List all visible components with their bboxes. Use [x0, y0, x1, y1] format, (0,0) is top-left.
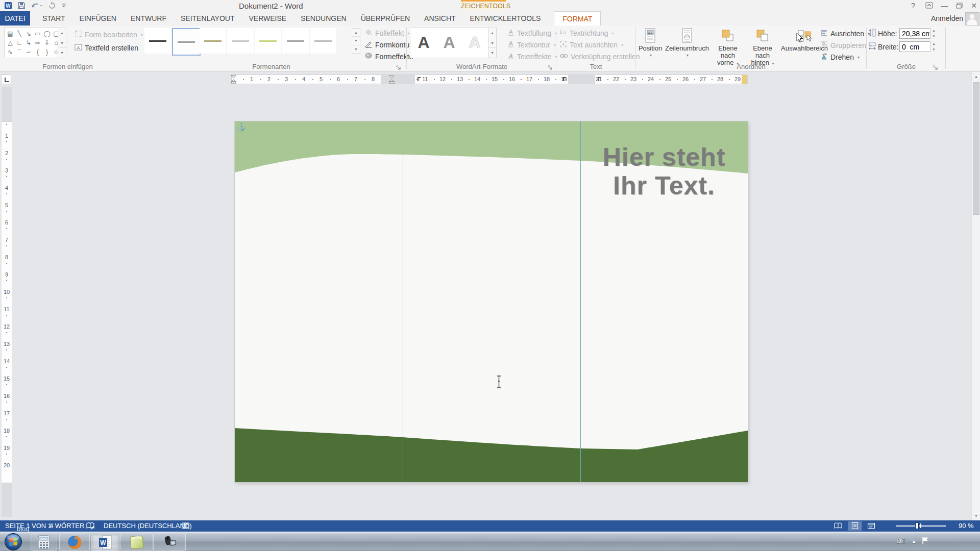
- width-spinner[interactable]: ▲▼: [930, 41, 937, 52]
- wordart-style-2[interactable]: A: [436, 29, 462, 56]
- tray-hidden-icons-icon[interactable]: ▲: [912, 539, 916, 551]
- shape-elbow-connector[interactable]: ↳: [24, 38, 33, 47]
- macro-record-icon[interactable]: [182, 522, 189, 531]
- restore-button[interactable]: [952, 1, 966, 10]
- gallery-down-icon[interactable]: ▼: [58, 38, 66, 48]
- save-icon[interactable]: [17, 2, 26, 10]
- shape-arc[interactable]: ⌒: [15, 47, 24, 57]
- tab-stop-selector[interactable]: [1, 74, 11, 84]
- shape-curve[interactable]: ∽: [24, 47, 33, 57]
- texteffekte-button[interactable]: A Texteffekte▾: [507, 52, 557, 62]
- textfeld-erstellen-button[interactable]: A Textfeld erstellen: [75, 43, 138, 53]
- shape-freeform[interactable]: ∟: [15, 38, 24, 47]
- read-mode-icon[interactable]: [834, 522, 843, 531]
- gallery-down-icon[interactable]: ▼: [488, 38, 496, 48]
- tab-start[interactable]: START: [35, 11, 72, 26]
- text-ausrichten-button[interactable]: Text ausrichten▾: [559, 40, 623, 50]
- shape-style-swatch-2[interactable]: [172, 28, 201, 56]
- shape-style-swatch-1[interactable]: [144, 28, 171, 54]
- ebene-nach-hinten-button[interactable]: Ebene nach hinten ▾: [746, 28, 779, 67]
- start-button[interactable]: [4, 533, 22, 551]
- shape-right-arrow[interactable]: ⇨: [33, 38, 42, 47]
- gruppieren-button[interactable]: Gruppieren▾: [820, 40, 872, 51]
- ausrichten-button[interactable]: Ausrichten▾: [820, 29, 870, 39]
- shape-right-brace[interactable]: }: [42, 47, 52, 57]
- scroll-down-icon[interactable]: ▼: [972, 512, 980, 520]
- taskbar-word-button[interactable]: W: [91, 534, 119, 551]
- tab-ueberpruefen[interactable]: ÜBERPRÜFEN: [354, 11, 417, 26]
- tray-language-indicator[interactable]: DE: [896, 537, 905, 551]
- contextual-tools-label[interactable]: ZEICHENTOOLS: [461, 2, 506, 11]
- help-button[interactable]: ?: [908, 1, 919, 10]
- shape-left-brace[interactable]: {: [33, 47, 42, 57]
- vertical-ruler[interactable]: 1234567891011121314151617181920: [2, 87, 12, 517]
- textrichtung-button[interactable]: A Textrichtung▾: [559, 28, 614, 38]
- shape-textbox[interactable]: ▤: [6, 29, 15, 38]
- brochure-heading[interactable]: Hier steht Ihr Text.: [580, 143, 748, 200]
- shape-line[interactable]: ╲: [15, 29, 24, 38]
- shape-style-swatch-7[interactable]: [310, 28, 336, 54]
- bottom-green-band[interactable]: [235, 428, 748, 482]
- proofing-status-icon[interactable]: [86, 522, 95, 532]
- ebene-nach-vorne-button[interactable]: Ebene nach vorne ▾: [711, 28, 745, 67]
- sign-in-link[interactable]: Anmelden: [931, 14, 963, 22]
- language-indicator[interactable]: DEUTSCH (DEUTSCHLAND): [104, 522, 192, 530]
- tab-ansicht[interactable]: ANSICHT: [417, 11, 462, 26]
- shape-arrow[interactable]: ↘: [24, 29, 33, 38]
- zeilenumbruch-button[interactable]: Zeilenumbruch ▾: [664, 28, 710, 67]
- shape-oval[interactable]: ◯: [42, 29, 52, 38]
- shape-style-swatch-6[interactable]: [282, 28, 309, 54]
- wordart-style-1[interactable]: A: [411, 29, 436, 56]
- scroll-up-icon[interactable]: ▲: [972, 72, 980, 81]
- taskbar-calculator-button[interactable]: [31, 534, 57, 551]
- indent-markers-icon[interactable]: [389, 75, 395, 86]
- tab-entwicklertools[interactable]: ENTWICKLERTOOLS: [463, 11, 548, 26]
- formenarten-dialog-launcher-icon[interactable]: [396, 63, 402, 69]
- redo-icon[interactable]: [48, 2, 56, 10]
- tab-entwurf[interactable]: ENTWURF: [124, 11, 174, 26]
- ribbon-display-options-button[interactable]: [923, 1, 935, 10]
- undo-icon[interactable]: [31, 2, 43, 10]
- drehen-button[interactable]: Drehen▾: [820, 52, 860, 62]
- shape-style-swatch-3[interactable]: [200, 28, 226, 54]
- shape-triangle[interactable]: △: [6, 38, 15, 47]
- tab-seitenlayout[interactable]: SEITENLAYOUT: [174, 11, 242, 26]
- word-count[interactable]: 4 WÖRTER: [50, 522, 84, 530]
- vertical-scrollbar[interactable]: ▲ ▼: [971, 72, 980, 520]
- tab-datei[interactable]: DATEI: [0, 11, 30, 26]
- print-layout-icon[interactable]: [851, 522, 859, 531]
- shape-down-arrow[interactable]: ⇩: [42, 38, 52, 47]
- textkontur-button[interactable]: A Textkontur▾: [507, 40, 556, 50]
- minimize-button[interactable]: —: [938, 1, 950, 10]
- gallery-more-icon[interactable]: ▼: [58, 48, 66, 58]
- horizontal-ruler[interactable]: 1234567811121314151617181921222324252627…: [231, 74, 748, 84]
- tab-einfuegen[interactable]: EINFÜGEN: [72, 11, 124, 26]
- verknuepfung-erstellen-button[interactable]: Verknüpfung erstellen: [559, 52, 640, 62]
- ruler-right-margin-marker[interactable]: [742, 75, 747, 84]
- taskbar-firefox-button[interactable]: [59, 534, 90, 551]
- wordart-style-3[interactable]: A: [462, 29, 487, 56]
- tray-action-center-flag-icon[interactable]: [921, 536, 929, 551]
- shape-style-swatch-4[interactable]: [227, 28, 254, 54]
- scrollbar-thumb[interactable]: [973, 82, 979, 215]
- indent-markers-icon[interactable]: [231, 75, 237, 86]
- position-button[interactable]: Position ▾: [638, 28, 663, 67]
- zoom-slider-thumb[interactable]: [915, 522, 919, 529]
- shape-rectangle[interactable]: ▭: [33, 29, 42, 38]
- height-spinner[interactable]: ▲▼: [930, 28, 937, 39]
- zoom-level[interactable]: 90 %: [959, 522, 974, 530]
- taskbar-screen-recorder-button[interactable]: [153, 534, 186, 551]
- customize-quick-access-icon[interactable]: [61, 2, 66, 9]
- gallery-up-icon[interactable]: ▲: [352, 29, 360, 37]
- gallery-up-icon[interactable]: ▲: [58, 28, 66, 38]
- tab-sendungen[interactable]: SENDUNGEN: [293, 11, 353, 26]
- textfuellung-button[interactable]: A Textfüllung▾: [507, 28, 557, 38]
- document-page[interactable]: ⚓ Hier steht Ihr Text.: [235, 121, 748, 482]
- web-layout-icon[interactable]: [867, 522, 875, 531]
- shape-style-swatch-5[interactable]: [255, 28, 281, 54]
- shape-scribble[interactable]: ∿: [6, 47, 15, 57]
- form-bearbeiten-button[interactable]: Form bearbeiten▾: [75, 30, 143, 40]
- word-logo-icon[interactable]: W: [4, 2, 12, 10]
- avatar[interactable]: [965, 12, 979, 26]
- groesse-dialog-launcher-icon[interactable]: [933, 63, 939, 69]
